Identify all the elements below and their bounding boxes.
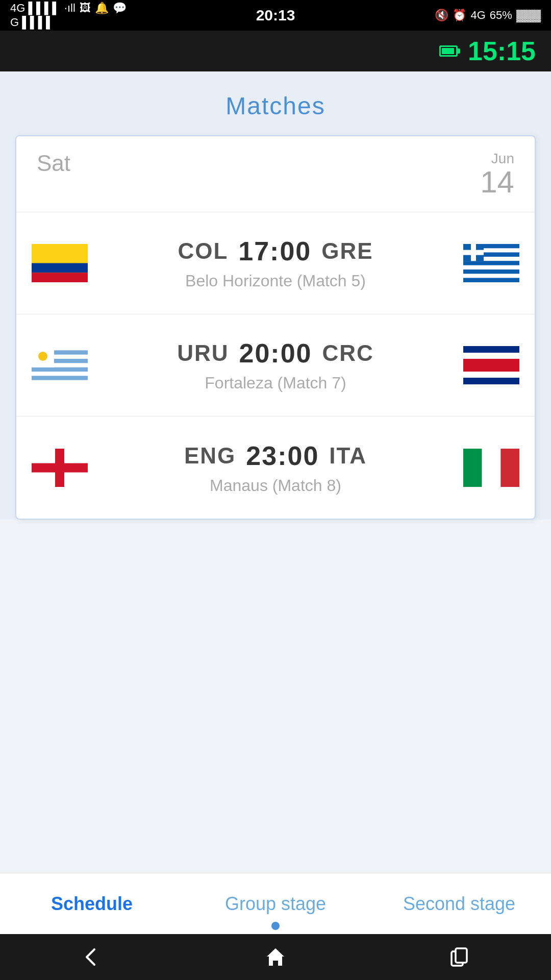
match-center-1: COL 17:00 GRE Belo Horizonte (Match 5)	[88, 236, 463, 290]
svg-rect-12	[463, 278, 519, 282]
svg-rect-10	[463, 270, 519, 274]
svg-rect-33	[482, 449, 501, 487]
date-num: 14	[480, 167, 514, 198]
svg-marker-35	[267, 948, 284, 966]
day-label: Sat	[37, 151, 70, 176]
team-left-2: URU	[177, 340, 229, 366]
svg-rect-32	[463, 449, 482, 487]
flag-greece	[463, 244, 519, 282]
team-right-2: CRC	[322, 340, 374, 366]
match-center-3: ENG 23:00 ITA Manaus (Match 8)	[88, 440, 463, 495]
team-right-1: GRE	[321, 238, 373, 264]
android-nav-bar	[0, 934, 551, 980]
flag-england	[32, 449, 88, 487]
nav-schedule-label: Schedule	[51, 893, 133, 915]
signal-area: 4G ▌▌▌▌ ·ıll 🖼 🔔 💬 G ▌▌▌▌	[10, 2, 127, 29]
nav-second-stage-label: Second stage	[403, 893, 515, 915]
signal-4g: 4G ▌▌▌▌	[10, 2, 60, 15]
date-right: Jun 14	[480, 151, 514, 198]
match-venue-2: Fortaleza (Match 7)	[98, 374, 453, 393]
svg-rect-28	[463, 378, 519, 384]
match-teams-2: URU 20:00 CRC	[98, 338, 453, 369]
svg-rect-2	[32, 273, 88, 282]
nav-dot	[271, 922, 280, 930]
team-left-3: ENG	[184, 443, 236, 469]
match-time-3: 23:00	[246, 440, 319, 471]
signal-g: G ▌▌▌▌	[10, 16, 54, 29]
svg-rect-27	[463, 372, 519, 378]
battery-icon: ▓▓▓	[516, 9, 541, 22]
match-venue-3: Manaus (Match 8)	[98, 476, 453, 495]
svg-rect-9	[463, 265, 519, 270]
match-row-2[interactable]: URU 20:00 CRC Fortaleza (Match 7)	[16, 314, 535, 416]
flag-colombia	[32, 244, 88, 282]
flag-italy	[463, 449, 519, 487]
date-header: Sat Jun 14	[16, 136, 535, 212]
match-teams-3: ENG 23:00 ITA	[98, 440, 453, 471]
alarm-icon: ⏰	[453, 9, 466, 22]
match-center-2: URU 20:00 CRC Fortaleza (Match 7)	[88, 338, 463, 393]
time-bar: 15:15	[0, 31, 551, 71]
svg-rect-37	[456, 948, 467, 963]
mute-icon: 🔇	[435, 9, 448, 22]
gallery-icon: 🖼	[80, 2, 91, 15]
bottom-nav: Schedule Group stage Second stage	[0, 873, 551, 934]
wechat-icon: 💬	[113, 2, 127, 15]
svg-point-23	[41, 355, 44, 358]
match-row-1[interactable]: COL 17:00 GRE Belo Horizonte (Match 5)	[16, 212, 535, 314]
signal-bars: ·ıll	[64, 2, 76, 15]
status-right: 🔇 ⏰ 4G 65% ▓▓▓	[435, 9, 541, 22]
main-content: Matches Sat Jun 14 COL	[0, 71, 551, 520]
svg-rect-1	[32, 263, 88, 273]
status-bar: 4G ▌▌▌▌ ·ıll 🖼 🔔 💬 G ▌▌▌▌ 20:13 🔇 ⏰ 4G 6…	[0, 0, 551, 31]
svg-rect-8	[463, 261, 519, 265]
svg-rect-25	[463, 353, 519, 359]
match-time-2: 20:00	[239, 338, 312, 369]
svg-rect-34	[500, 449, 519, 487]
svg-rect-11	[463, 274, 519, 278]
nav-group-stage-label: Group stage	[225, 893, 326, 915]
back-button[interactable]	[79, 944, 105, 970]
matches-card: Sat Jun 14 COL 17:00 GRE	[15, 135, 536, 520]
svg-rect-26	[463, 359, 519, 372]
svg-rect-20	[32, 376, 88, 380]
team-right-3: ITA	[329, 443, 367, 469]
match-row-3[interactable]: ENG 23:00 ITA Manaus (Match 8)	[16, 416, 535, 519]
bell-icon: 🔔	[95, 2, 109, 15]
team-left-1: COL	[178, 238, 228, 264]
flag-costarica	[463, 346, 519, 384]
green-battery-icon	[439, 45, 458, 57]
match-time-1: 17:00	[238, 236, 311, 266]
match-teams-1: COL 17:00 GRE	[98, 236, 453, 266]
page-title: Matches	[0, 82, 551, 135]
signal-4g-right: 4G	[470, 9, 485, 22]
svg-rect-19	[32, 368, 88, 372]
main-time: 15:15	[468, 36, 536, 66]
svg-rect-15	[463, 250, 484, 255]
status-time: 20:13	[256, 7, 295, 24]
flag-uruguay	[32, 346, 88, 384]
svg-rect-31	[32, 463, 88, 472]
home-button[interactable]	[263, 944, 288, 970]
match-venue-1: Belo Horizonte (Match 5)	[98, 272, 453, 290]
nav-schedule[interactable]: Schedule	[0, 873, 184, 934]
nav-second-stage[interactable]: Second stage	[367, 873, 551, 934]
recents-button[interactable]	[446, 944, 472, 970]
nav-group-stage[interactable]: Group stage	[184, 873, 367, 934]
battery-percent: 65%	[490, 9, 512, 22]
